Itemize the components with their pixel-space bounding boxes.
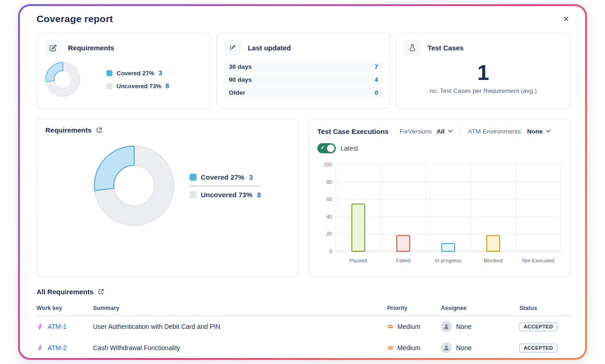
avatar [441, 342, 452, 353]
close-icon[interactable]: ✕ [559, 13, 573, 25]
svg-text:0: 0 [329, 249, 332, 254]
priority-cell: Medium [387, 344, 441, 352]
table-row: ATM-1User Authentication with Debit Card… [37, 316, 570, 337]
summary-cards-row: Requirements Covered 27% 3 Uncovered 73% [37, 33, 570, 109]
svg-text:20: 20 [327, 231, 332, 237]
section-title: Test Case Executions [317, 127, 389, 135]
legend-count[interactable]: 3 [159, 69, 162, 77]
table-header-row: Work key Summary Priority Assignee Statu… [37, 300, 570, 316]
summary-cell: Cash Withdrawal Functionality [93, 344, 387, 352]
external-link-icon[interactable] [98, 288, 105, 295]
svg-text:Not Executed: Not Executed [522, 258, 554, 263]
svg-text:40: 40 [327, 214, 332, 219]
requirements-summary-card: Requirements Covered 27% 3 Uncovered 73% [37, 33, 211, 109]
requirements-table: Work key Summary Priority Assignee Statu… [37, 300, 570, 358]
last-updated-row-older: Older 0 [224, 87, 383, 98]
uncovered-swatch [190, 191, 197, 198]
edit-icon [49, 43, 57, 52]
coverage-legend-small: Covered 27% 3 Uncovered 73% 8 [106, 67, 169, 92]
check-icon: ✓ [321, 145, 325, 151]
svg-text:60: 60 [327, 196, 332, 202]
test-cases-card: Test Cases 1 no. Test Cases per Requirem… [396, 33, 570, 109]
col-priority: Priority [387, 305, 441, 311]
modal-header: Coverage report ✕ [37, 13, 570, 33]
work-key-link[interactable]: ATM-1 [48, 323, 67, 330]
assignee-cell: None [441, 342, 519, 353]
section-title: All Requirements [37, 288, 93, 296]
legend-item-covered: Covered 27% 3 [190, 169, 261, 186]
fixversions-label: FixVersions [400, 128, 432, 135]
edit-icon-tile [44, 39, 61, 56]
legend-item-covered: Covered 27% 3 [106, 67, 169, 79]
status-cell: ACCEPTED [519, 322, 570, 331]
card-title: Test Cases [427, 44, 463, 52]
requirement-type-icon [37, 344, 43, 352]
priority-medium-icon [387, 345, 394, 351]
status-badge: ACCEPTED [519, 322, 557, 331]
requirement-type-icon [37, 323, 43, 330]
toggle-knob [327, 145, 334, 152]
fixversions-dropdown[interactable]: All [437, 128, 453, 135]
col-work-key: Work key [37, 305, 93, 311]
assignee-cell: None [441, 321, 519, 332]
page-title: Coverage report [37, 13, 113, 24]
charts-row: Requirements Covered 27% 3 [37, 119, 570, 277]
covered-swatch [190, 174, 197, 181]
card-title: Requirements [68, 44, 114, 52]
svg-text:100: 100 [324, 162, 332, 167]
svg-text:Blocked: Blocked [484, 258, 503, 263]
col-assignee: Assignee [441, 305, 519, 311]
all-requirements-section: All Requirements Work key Summary Priori… [37, 288, 570, 358]
last-updated-row-30d: 30 days 7 [224, 61, 383, 72]
legend-count[interactable]: 8 [257, 191, 261, 199]
latest-toggle-label: Latest [340, 145, 358, 152]
latest-toggle[interactable]: ✓ [317, 143, 336, 153]
chevron-down-icon [448, 129, 453, 133]
test-cases-value: 1 [404, 60, 562, 86]
divider [460, 126, 461, 136]
flask-icon-tile [404, 39, 420, 56]
executions-chart-card: Test Case Executions FixVersions All ATM… [309, 119, 570, 277]
legend-item-uncovered: Uncovered 73% 8 [106, 79, 169, 92]
uncovered-swatch [106, 83, 112, 89]
legend-label: Covered 27% [117, 70, 154, 77]
list-edit-icon [228, 43, 237, 52]
table-body: ATM-1User Authentication with Debit Card… [37, 316, 570, 358]
coverage-legend-large: Covered 27% 3 Uncovered 73% 8 [190, 169, 261, 203]
work-key-link[interactable]: ATM-2 [48, 344, 67, 352]
svg-text:Failed: Failed [396, 258, 410, 263]
last-updated-row-90d: 90 days 4 [224, 74, 383, 85]
legend-count[interactable]: 3 [249, 173, 253, 181]
priority-medium-icon [387, 323, 394, 330]
legend-label: Uncovered 73% [117, 83, 161, 90]
covered-swatch [106, 70, 112, 76]
col-status: Status [519, 305, 570, 311]
card-title: Last updated [248, 44, 291, 52]
test-cases-caption: no. Test Cases per Requirement (avg.) [404, 87, 562, 94]
last-updated-card: Last updated 30 days 7 90 days 4 Older 0 [216, 33, 391, 109]
last-updated-rows: 30 days 7 90 days 4 Older 0 [224, 61, 383, 98]
coverage-report-modal-frame: Coverage report ✕ Requirements [18, 4, 587, 360]
external-link-icon[interactable] [96, 127, 103, 133]
coverage-donut-small [44, 61, 81, 98]
col-summary: Summary [93, 305, 387, 311]
coverage-report-modal: Coverage report ✕ Requirements [20, 6, 585, 358]
legend-item-uncovered: Uncovered 73% 8 [190, 186, 261, 203]
status-badge: ACCEPTED [519, 344, 557, 352]
atm-environments-label: ATM Environments: [468, 128, 523, 135]
requirements-chart-card: Requirements Covered 27% 3 [37, 119, 298, 277]
priority-cell: Medium [387, 323, 441, 330]
legend-count[interactable]: 8 [166, 82, 169, 90]
legend-label: Covered 27% [201, 173, 244, 181]
executions-bar-chart: 020406080100PassedFailedIn progressBlock… [317, 157, 562, 267]
list-edit-icon-tile [224, 39, 241, 56]
coverage-donut-large [93, 144, 176, 227]
svg-text:80: 80 [327, 179, 332, 185]
svg-text:In progress: In progress [435, 258, 462, 263]
atm-environments-dropdown[interactable]: None [527, 128, 551, 135]
avatar [441, 321, 452, 332]
chevron-down-icon [546, 129, 551, 133]
legend-label: Uncovered 73% [201, 191, 253, 199]
status-cell: ACCEPTED [519, 344, 570, 352]
flask-icon [408, 43, 417, 52]
